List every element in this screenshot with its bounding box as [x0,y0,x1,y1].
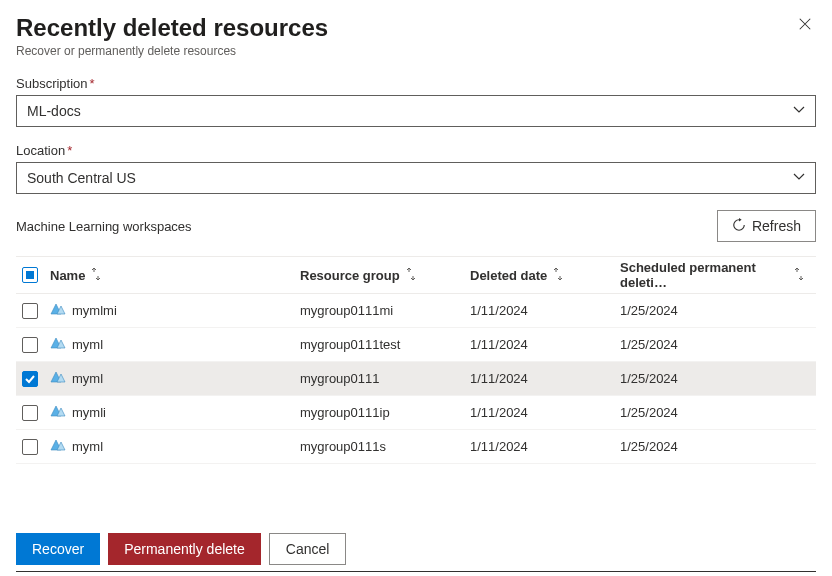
row-name: myml [72,371,103,386]
page-title: Recently deleted resources [16,14,328,42]
row-scheduled-date: 1/25/2024 [620,439,810,454]
row-scheduled-date: 1/25/2024 [620,337,810,352]
row-name: mymlmi [72,303,117,318]
row-checkbox[interactable] [22,439,38,455]
table-row[interactable]: mymlmygroup01111/11/20241/25/2024 [16,362,816,396]
table-row[interactable]: mymlmimygroup0111mi1/11/20241/25/2024 [16,294,816,328]
workspaces-table: Name Resource group Deleted date Schedul… [16,256,816,464]
row-scheduled-date: 1/25/2024 [620,371,810,386]
row-name: mymli [72,405,106,420]
column-header-name-text: Name [50,268,85,283]
row-deleted-date: 1/11/2024 [470,371,620,386]
sort-icon [91,268,101,283]
table-header: Name Resource group Deleted date Schedul… [16,256,816,294]
required-marker: * [90,76,95,91]
workspace-icon [50,369,66,388]
recover-button[interactable]: Recover [16,533,100,565]
row-name: myml [72,337,103,352]
table-row[interactable]: mymlmygroup0111test1/11/20241/25/2024 [16,328,816,362]
subscription-label-text: Subscription [16,76,88,91]
table-row[interactable]: mymlmygroup0111s1/11/20241/25/2024 [16,430,816,464]
table-row[interactable]: mymlimygroup0111ip1/11/20241/25/2024 [16,396,816,430]
section-label: Machine Learning workspaces [16,219,192,234]
refresh-label: Refresh [752,218,801,234]
row-checkbox[interactable] [22,303,38,319]
subscription-select[interactable]: ML-docs [16,95,816,127]
sort-icon [406,268,416,283]
column-header-name[interactable]: Name [50,268,101,283]
row-resource-group: mygroup0111test [300,337,470,352]
workspace-icon [50,335,66,354]
workspace-icon [50,437,66,456]
close-icon[interactable] [794,14,816,36]
row-deleted-date: 1/11/2024 [470,337,620,352]
location-label-text: Location [16,143,65,158]
row-scheduled-date: 1/25/2024 [620,303,810,318]
row-checkbox[interactable] [22,405,38,421]
column-header-rg-text: Resource group [300,268,400,283]
row-resource-group: mygroup0111 [300,371,470,386]
location-label: Location* [16,143,816,158]
column-header-resource-group[interactable]: Resource group [300,268,416,283]
select-all-checkbox[interactable] [22,267,38,283]
permanently-delete-button[interactable]: Permanently delete [108,533,261,565]
sort-icon [794,268,804,283]
row-resource-group: mygroup0111ip [300,405,470,420]
row-deleted-date: 1/11/2024 [470,303,620,318]
column-header-scheduled-text: Scheduled permanent deleti… [620,260,794,290]
page-subtitle: Recover or permanently delete resources [16,44,328,58]
column-header-scheduled[interactable]: Scheduled permanent deleti… [620,260,794,290]
required-marker: * [67,143,72,158]
row-name: myml [72,439,103,454]
footer-actions: Recover Permanently delete Cancel [16,527,816,572]
row-scheduled-date: 1/25/2024 [620,405,810,420]
row-resource-group: mygroup0111mi [300,303,470,318]
subscription-value: ML-docs [27,103,81,119]
column-header-deleted[interactable]: Deleted date [470,268,563,283]
workspace-icon [50,403,66,422]
row-deleted-date: 1/11/2024 [470,439,620,454]
chevron-down-icon [793,170,805,186]
row-resource-group: mygroup0111s [300,439,470,454]
row-deleted-date: 1/11/2024 [470,405,620,420]
refresh-icon [732,218,746,235]
refresh-button[interactable]: Refresh [717,210,816,242]
workspace-icon [50,301,66,320]
sort-icon [553,268,563,283]
location-select[interactable]: South Central US [16,162,816,194]
column-header-deleted-text: Deleted date [470,268,547,283]
cancel-button[interactable]: Cancel [269,533,347,565]
subscription-label: Subscription* [16,76,816,91]
location-value: South Central US [27,170,136,186]
row-checkbox[interactable] [22,371,38,387]
row-checkbox[interactable] [22,337,38,353]
chevron-down-icon [793,103,805,119]
